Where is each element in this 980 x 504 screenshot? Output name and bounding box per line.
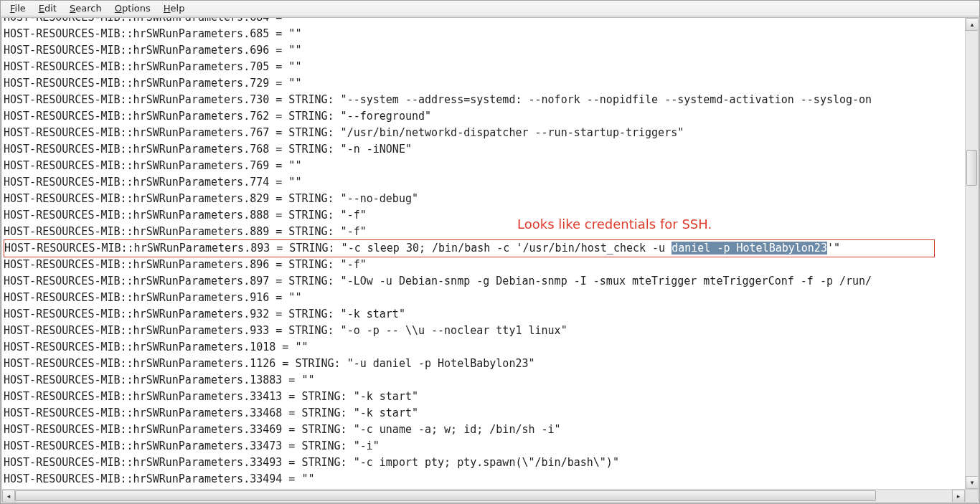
scroll-left-button[interactable]: ◂: [2, 490, 15, 503]
output-line: HOST-RESOURCES-MIB::hrSWRunParameters.33…: [4, 471, 963, 488]
output-line: HOST-RESOURCES-MIB::hrSWRunParameters.33…: [4, 455, 963, 471]
output-line: HOST-RESOURCES-MIB::hrSWRunParameters.10…: [4, 339, 963, 356]
output-line: HOST-RESOURCES-MIB::hrSWRunParameters.91…: [4, 290, 963, 306]
output-line: HOST-RESOURCES-MIB::hrSWRunParameters.33…: [4, 389, 963, 405]
text-area[interactable]: HOST-RESOURCES-MIB::hrSWRunParameters.68…: [2, 17, 965, 489]
menu-search[interactable]: Search: [63, 2, 108, 14]
editor-window: File Edit Search Options Help HOST-RESOU…: [0, 0, 980, 504]
output-line: HOST-RESOURCES-MIB::hrSWRunParameters.13…: [4, 372, 963, 389]
hscroll-thumb[interactable]: [15, 490, 876, 501]
hscroll-track[interactable]: [15, 490, 952, 502]
output-line: HOST-RESOURCES-MIB::hrSWRunParameters.76…: [4, 158, 963, 174]
output-line: HOST-RESOURCES-MIB::hrSWRunParameters.68…: [4, 17, 963, 26]
output-line: HOST-RESOURCES-MIB::hrSWRunParameters.88…: [4, 224, 963, 240]
vertical-scrollbar[interactable]: ▴ ▾: [965, 18, 978, 489]
output-line: HOST-RESOURCES-MIB::hrSWRunParameters.76…: [4, 125, 963, 141]
selected-text: daniel -p HotelBabylon23: [672, 242, 827, 255]
output-line: HOST-RESOURCES-MIB::hrSWRunParameters.93…: [4, 306, 963, 323]
output-line: HOST-RESOURCES-MIB::hrSWRunParameters.33…: [4, 438, 963, 455]
output-line: HOST-RESOURCES-MIB::hrSWRunParameters.72…: [4, 75, 963, 92]
output-line: HOST-RESOURCES-MIB::hrSWRunParameters.82…: [4, 191, 963, 207]
scroll-right-button[interactable]: ▸: [952, 490, 965, 503]
menu-file-rest: ile: [15, 3, 26, 14]
output-line: HOST-RESOURCES-MIB::hrSWRunParameters.73…: [4, 92, 963, 108]
output-line: HOST-RESOURCES-MIB::hrSWRunParameters.70…: [4, 59, 963, 75]
output-line: HOST-RESOURCES-MIB::hrSWRunParameters.89…: [4, 239, 935, 257]
output-line: HOST-RESOURCES-MIB::hrSWRunParameters.69…: [4, 42, 963, 59]
menu-file[interactable]: File: [4, 2, 32, 14]
vscroll-thumb[interactable]: [966, 150, 977, 186]
scroll-up-button[interactable]: ▴: [966, 18, 979, 31]
output-line: HOST-RESOURCES-MIB::hrSWRunParameters.89…: [4, 273, 963, 290]
output-line: HOST-RESOURCES-MIB::hrSWRunParameters.76…: [4, 141, 963, 158]
output-line: HOST-RESOURCES-MIB::hrSWRunParameters.68…: [4, 26, 963, 42]
menubar: File Edit Search Options Help: [1, 1, 979, 16]
output-line: HOST-RESOURCES-MIB::hrSWRunParameters.89…: [4, 257, 963, 273]
menu-options[interactable]: Options: [108, 2, 157, 14]
output-line: HOST-RESOURCES-MIB::hrSWRunParameters.77…: [4, 174, 963, 191]
menu-help[interactable]: Help: [157, 2, 192, 14]
output-line: HOST-RESOURCES-MIB::hrSWRunParameters.33…: [4, 405, 963, 422]
output-line: HOST-RESOURCES-MIB::hrSWRunParameters.76…: [4, 108, 963, 125]
scroll-down-button[interactable]: ▾: [966, 476, 979, 489]
menu-edit[interactable]: Edit: [32, 2, 63, 14]
output-line: HOST-RESOURCES-MIB::hrSWRunParameters.33…: [4, 422, 963, 438]
output-line: HOST-RESOURCES-MIB::hrSWRunParameters.93…: [4, 323, 963, 339]
vscroll-track[interactable]: [966, 31, 978, 476]
horizontal-scrollbar[interactable]: ◂ ▸: [2, 489, 965, 502]
output-line: HOST-RESOURCES-MIB::hrSWRunParameters.11…: [4, 356, 963, 372]
scrollbar-corner: [965, 489, 978, 502]
content-wrap: HOST-RESOURCES-MIB::hrSWRunParameters.68…: [1, 17, 979, 503]
output-line: HOST-RESOURCES-MIB::hrSWRunParameters.88…: [4, 207, 963, 224]
